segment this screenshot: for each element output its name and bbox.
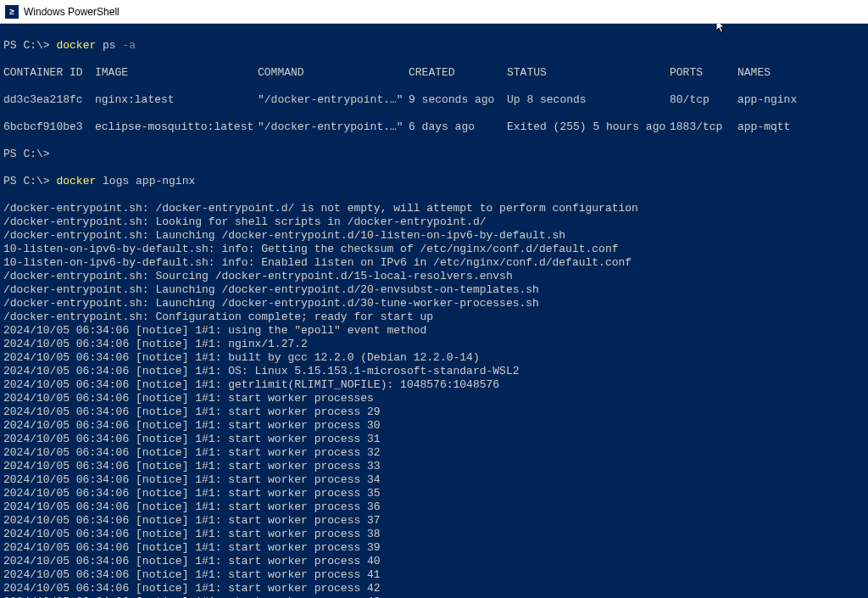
prompt: PS C:\> — [3, 175, 56, 187]
cell-ports: 80/tcp — [670, 93, 737, 107]
col-header-ports: PORTS — [670, 66, 737, 80]
mouse-cursor-icon — [715, 24, 727, 36]
cmd-token: logs app-nginx — [103, 175, 195, 187]
prompt-line: PS C:\> — [3, 148, 865, 161]
log-line: 10-listen-on-ipv6-by-default.sh: info: E… — [3, 256, 865, 270]
col-header-names: NAMES — [737, 66, 771, 80]
log-line: 2024/10/05 06:34:06 [notice] 1#1: built … — [3, 351, 865, 365]
cmd-flag: -a — [122, 39, 136, 52]
log-line: 2024/10/05 06:34:06 [notice] 1#1: start … — [3, 528, 865, 541]
col-header-status: STATUS — [507, 66, 670, 80]
log-line: 2024/10/05 06:34:06 [notice] 1#1: OS: Li… — [3, 365, 865, 378]
log-line: 2024/10/05 06:34:06 [notice] 1#1: nginx/… — [3, 338, 865, 351]
log-line: 2024/10/05 06:34:06 [notice] 1#1: start … — [3, 555, 865, 568]
table-row: dd3c3ea218fcnginx:latest"/docker-entrypo… — [3, 93, 865, 107]
cmd-token: ps — [103, 39, 122, 52]
prompt: PS C:\> — [3, 39, 56, 52]
prompt-line: PS C:\> docker ps -a — [3, 39, 865, 53]
col-header-created: CREATED — [409, 66, 507, 80]
cmd-token: docker — [56, 39, 103, 52]
titlebar[interactable]: ≥ Windows PowerShell — [0, 0, 868, 24]
log-line: 10-listen-on-ipv6-by-default.sh: info: G… — [3, 243, 865, 256]
log-line: /docker-entrypoint.sh: Launching /docker… — [3, 283, 865, 297]
prompt: PS C:\> — [3, 148, 56, 160]
col-header-command: COMMAND — [258, 66, 409, 80]
log-line: 2024/10/05 06:34:06 [notice] 1#1: getrli… — [3, 378, 865, 392]
log-line: 2024/10/05 06:34:06 [notice] 1#1: start … — [3, 446, 865, 460]
prompt-line: PS C:\> docker logs app-nginx — [3, 175, 865, 188]
table-header-row: CONTAINER IDIMAGECOMMANDCREATEDSTATUSPOR… — [3, 66, 865, 80]
log-line: /docker-entrypoint.sh: Launching /docker… — [3, 229, 865, 243]
cell-image: eclipse-mosquitto:latest — [95, 120, 258, 134]
cell-status: Exited (255) 5 hours ago — [507, 120, 670, 134]
log-line: 2024/10/05 06:34:06 [notice] 1#1: start … — [3, 487, 865, 500]
table-row: 6bcbcf910be3eclipse-mosquitto:latest"/do… — [3, 120, 865, 134]
log-line: /docker-entrypoint.sh: Configuration com… — [3, 310, 865, 324]
log-line: /docker-entrypoint.sh: Looking for shell… — [3, 215, 865, 229]
log-line: /docker-entrypoint.sh: /docker-entrypoin… — [3, 202, 865, 215]
cmd-token: docker — [56, 175, 103, 187]
log-line: 2024/10/05 06:34:06 [notice] 1#1: start … — [3, 473, 865, 487]
cell-names: app-nginx — [737, 93, 797, 107]
log-line: 2024/10/05 06:34:06 [notice] 1#1: start … — [3, 405, 865, 419]
log-line: 2024/10/05 06:34:06 [notice] 1#1: start … — [3, 568, 865, 582]
col-header-image: IMAGE — [95, 66, 258, 80]
terminal-area[interactable]: PS C:\> docker ps -a CONTAINER IDIMAGECO… — [0, 24, 868, 598]
log-line: 2024/10/05 06:34:06 [notice] 1#1: start … — [3, 392, 865, 405]
col-header-id: CONTAINER ID — [3, 66, 95, 80]
log-line: 2024/10/05 06:34:06 [notice] 1#1: start … — [3, 460, 865, 473]
cell-names: app-mqtt — [737, 120, 790, 134]
log-output: /docker-entrypoint.sh: /docker-entrypoin… — [3, 202, 865, 598]
log-line: 2024/10/05 06:34:06 [notice] 1#1: start … — [3, 419, 865, 433]
cell-status: Up 8 seconds — [507, 93, 670, 107]
cell-command: "/docker-entrypoint.…" — [258, 93, 409, 107]
log-line: 2024/10/05 06:34:06 [notice] 1#1: start … — [3, 433, 865, 446]
log-line: 2024/10/05 06:34:06 [notice] 1#1: start … — [3, 514, 865, 528]
window-title: Windows PowerShell — [24, 6, 120, 18]
cell-ports: 1883/tcp — [670, 120, 737, 134]
log-line: /docker-entrypoint.sh: Sourcing /docker-… — [3, 270, 865, 283]
powershell-window: ≥ Windows PowerShell PS C:\> docker ps -… — [0, 0, 868, 598]
log-line: 2024/10/05 06:34:06 [notice] 1#1: using … — [3, 324, 865, 338]
cell-image: nginx:latest — [95, 93, 258, 107]
cell-id: dd3c3ea218fc — [3, 93, 95, 107]
log-line: 2024/10/05 06:34:06 [notice] 1#1: start … — [3, 500, 865, 514]
log-line: /docker-entrypoint.sh: Launching /docker… — [3, 297, 865, 310]
cell-id: 6bcbcf910be3 — [3, 120, 95, 134]
powershell-icon: ≥ — [5, 5, 19, 19]
cell-created: 6 days ago — [409, 120, 507, 134]
log-line: 2024/10/05 06:34:06 [notice] 1#1: start … — [3, 541, 865, 555]
log-line: 2024/10/05 06:34:06 [notice] 1#1: start … — [3, 582, 865, 595]
cell-command: "/docker-entrypoint.…" — [258, 120, 409, 134]
cell-created: 9 seconds ago — [409, 93, 507, 107]
